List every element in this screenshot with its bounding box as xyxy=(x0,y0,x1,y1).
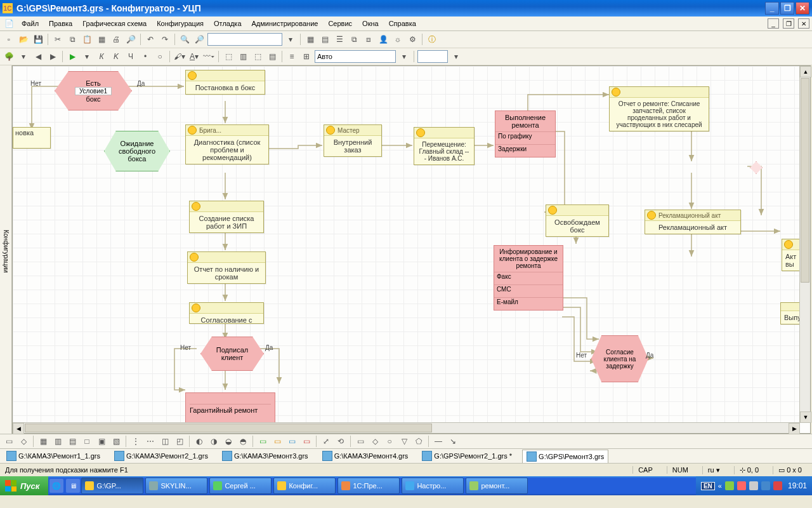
taskbar-button[interactable]: G:\GP... xyxy=(81,478,143,494)
node-release[interactable]: Выпуск xyxy=(780,302,800,324)
menu-service[interactable]: Сервис xyxy=(324,18,356,29)
side-panel-tab[interactable]: Конфигурации xyxy=(0,65,12,434)
doc-tab[interactable]: G:\КАМАЗ\Ремонт1_1.grs xyxy=(3,450,104,462)
tool-icon[interactable]: ▦ xyxy=(304,33,317,46)
tool-icon[interactable]: ⟲ xyxy=(334,435,347,448)
redo-icon[interactable]: ↷ xyxy=(159,33,171,46)
people-icon[interactable]: 👤 xyxy=(377,33,390,46)
tool-icon[interactable]: ☼ xyxy=(391,33,404,46)
tray-icon[interactable] xyxy=(737,481,746,490)
undo-icon[interactable]: ↶ xyxy=(144,33,157,46)
tool-icon[interactable]: ▭ xyxy=(256,435,269,448)
tool-icon[interactable]: ▭ xyxy=(354,435,367,448)
print-icon[interactable]: 🖨 xyxy=(110,33,122,46)
node-create-list[interactable]: Создание списка работ и ЗИП xyxy=(189,201,264,233)
save-icon[interactable]: 💾 xyxy=(32,33,44,46)
node-free-box[interactable]: Освобождаем бокс xyxy=(546,204,609,237)
menu-windows[interactable]: Окна xyxy=(358,18,383,29)
dropdown-icon[interactable]: ▾ xyxy=(284,33,297,46)
tool-icon[interactable]: ▤ xyxy=(318,33,331,46)
tool-icon[interactable]: ◇ xyxy=(17,435,30,448)
mdi-close-button[interactable]: ✕ xyxy=(798,18,809,29)
node-rekl-act[interactable]: Рекламационный акт Рекламационный акт xyxy=(645,210,741,234)
node-novka[interactable]: новка xyxy=(13,127,51,149)
fill-color-icon[interactable]: 🖌▾ xyxy=(173,50,186,63)
tray-icon[interactable] xyxy=(773,481,782,490)
horizontal-scrollbar[interactable]: ◀ ▶ xyxy=(13,422,800,433)
paste-icon[interactable]: 📋 xyxy=(81,33,93,46)
chevron-down-icon[interactable]: ▾ xyxy=(81,50,93,63)
grid-icon[interactable]: ▦ xyxy=(95,33,108,46)
tool-icon[interactable]: ⋮ xyxy=(129,435,142,448)
preview-icon[interactable]: 🔎 xyxy=(124,33,137,46)
line-color-icon[interactable]: 〰▾ xyxy=(202,50,215,63)
tool-icon[interactable]: ◒ xyxy=(222,435,235,448)
tool-icon[interactable]: □ xyxy=(81,435,93,448)
mdi-minimize-button[interactable]: _ xyxy=(768,18,779,29)
taskbar-button[interactable]: Настро... xyxy=(402,478,464,494)
node-brigade[interactable]: Брига... Диагностика (список проблем и р… xyxy=(185,124,269,164)
dot-icon[interactable]: ○ xyxy=(154,50,166,63)
decision-has-box[interactable]: Есть Условие1 бокс xyxy=(55,71,132,110)
taskbar-button[interactable]: 1С:Пре... xyxy=(337,478,400,494)
doc-tab[interactable]: G:\КАМАЗ\Ремонт4.grs xyxy=(318,450,412,462)
dot-icon[interactable]: • xyxy=(139,50,152,63)
wait-free-box[interactable]: Ожидание свободного бокса xyxy=(104,131,170,171)
start-button[interactable]: Пуск xyxy=(0,476,48,495)
doc-tab[interactable]: G:\КАМАЗ\Ремонт2_1.grs xyxy=(110,450,212,462)
search-input[interactable] xyxy=(207,33,282,46)
node-move[interactable]: Перемещение: Главный склад -- - Иванов А… xyxy=(414,127,475,165)
tray-clock[interactable]: 19:01 xyxy=(788,481,807,490)
tool-icon[interactable]: ▥ xyxy=(51,435,64,448)
back-icon[interactable]: ◀ xyxy=(32,50,44,63)
tool-icon[interactable]: ⧈ xyxy=(362,33,375,46)
doc-tab[interactable]: G:\GPS\Ремонт2_1.grs * xyxy=(418,450,516,462)
node-agree[interactable]: Согласование с клиентом xyxy=(189,302,264,324)
mdi-restore-button[interactable]: ❐ xyxy=(783,18,794,29)
tool-icon[interactable]: ◓ xyxy=(237,435,249,448)
tool-icon[interactable]: ⋯ xyxy=(144,435,157,448)
menu-graphic[interactable]: Графическая схема xyxy=(79,18,150,29)
menu-file[interactable]: Файл xyxy=(18,18,43,29)
tool-icon[interactable]: ⧉ xyxy=(348,33,360,46)
new-icon[interactable]: ▫ xyxy=(3,33,15,46)
taskbar-button[interactable]: Сергей ... xyxy=(209,478,272,494)
tool-icon[interactable]: ☰ xyxy=(333,33,346,46)
taskbar-button[interactable]: Конфиг... xyxy=(273,478,336,494)
node-warranty[interactable]: Гарантийный ремонт xyxy=(185,392,275,423)
node-stock-report[interactable]: Отчет по наличию и срокам xyxy=(187,251,266,284)
quicklaunch-icon[interactable]: 🌐 xyxy=(49,479,63,493)
tree-icon[interactable]: 🌳 xyxy=(3,50,15,63)
condition-field[interactable]: Условие1 xyxy=(75,87,112,95)
settings-icon[interactable]: ⚙ xyxy=(406,33,419,46)
chevron-down-icon[interactable]: ▾ xyxy=(398,50,410,63)
align-icon[interactable]: ≡ xyxy=(285,50,298,63)
tool-icon[interactable]: — xyxy=(432,435,445,448)
forward-icon[interactable]: ▶ xyxy=(46,50,59,63)
open-icon[interactable]: 📂 xyxy=(17,33,30,46)
app-menu-icon[interactable]: 📄 xyxy=(3,17,15,30)
minimize-button[interactable]: _ xyxy=(765,2,779,15)
tool-icon[interactable]: ◰ xyxy=(173,435,186,448)
merge-gate[interactable] xyxy=(750,161,763,174)
tool-icon[interactable]: ↘ xyxy=(447,435,459,448)
chevron-down-icon[interactable]: ▾ xyxy=(17,50,30,63)
tray-icon[interactable] xyxy=(749,481,758,490)
tray-expand-icon[interactable]: « xyxy=(718,482,722,490)
quicklaunch-icon[interactable]: 🖥 xyxy=(66,479,80,493)
misc-icon[interactable]: ⬚ xyxy=(251,50,264,63)
taskbar-button[interactable]: ремонт... xyxy=(466,478,528,494)
italic-icon[interactable]: К xyxy=(95,50,108,63)
node-inform[interactable]: Информирование и клиента о задержке ремо… xyxy=(494,245,563,311)
cut-icon[interactable]: ✂ xyxy=(51,33,64,46)
tool-icon[interactable]: ⤢ xyxy=(320,435,332,448)
tool-icon[interactable]: ◐ xyxy=(193,435,206,448)
tray-icon[interactable] xyxy=(725,481,734,490)
taskbar-button[interactable]: SKYLIN... xyxy=(145,478,207,494)
tool-icon[interactable]: ◑ xyxy=(207,435,220,448)
tool-icon[interactable]: ▭ xyxy=(271,435,284,448)
decision-client-signed[interactable]: Подписал клиент xyxy=(200,337,264,371)
doc-tab[interactable]: G:\КАМАЗ\Ремонт3.grs xyxy=(218,450,312,462)
zoom-icon[interactable]: 🔎 xyxy=(193,33,206,46)
maximize-button[interactable]: ❐ xyxy=(780,2,794,15)
